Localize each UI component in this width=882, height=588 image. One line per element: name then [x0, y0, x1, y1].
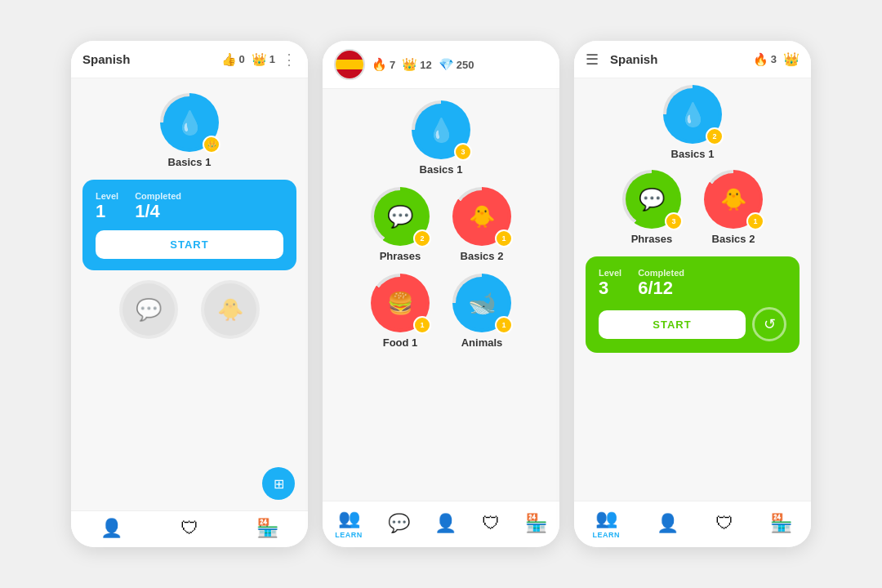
basics1-label-3: Basics 1 — [671, 148, 715, 160]
shield-icon-2: 🛡 — [482, 513, 500, 534]
basics2-circle-3[interactable]: 🐥 1 — [704, 170, 763, 229]
phrases-badge-2: 2 — [413, 229, 431, 247]
lesson-food-2[interactable]: 🍔 1 Food 1 — [371, 274, 430, 349]
flag-inner — [336, 51, 363, 78]
basics1-badge-1: 👑 — [203, 136, 220, 154]
lesson-animals-2[interactable]: 🐋 1 Animals — [452, 274, 511, 349]
basics1-circle-1[interactable]: 💧 👑 — [160, 93, 219, 152]
nav-shop-1[interactable]: 🏪 — [256, 518, 278, 539]
stat-fire-3: 🔥 3 — [753, 52, 777, 67]
phrases-circle-2[interactable]: 💬 2 — [371, 187, 430, 246]
popup-completed-3: Completed 6/12 — [638, 268, 684, 299]
animals-badge-2: 1 — [495, 316, 513, 334]
nav-profile-2[interactable]: 👤 — [434, 513, 457, 534]
phrases-inner-1: 💬 — [122, 283, 175, 336]
stat-fire-2: 🔥 7 — [372, 57, 395, 72]
lesson-basics1-3[interactable]: 💧 2 Basics 1 — [663, 85, 722, 160]
basics1-label-2: Basics 1 — [420, 163, 463, 176]
bottom-nav-2: 👥 LEARN 💬 👤 🛡 🏪 — [323, 501, 559, 547]
basics2-badge-2: 1 — [495, 229, 513, 247]
phrases-circle-3[interactable]: 💬 3 — [622, 170, 681, 229]
popup-stats-1: Level 1 Completed 1/4 — [96, 191, 283, 222]
thumbs-up-icon: 👍 — [221, 52, 237, 67]
basics1-badge-2: 3 — [454, 143, 472, 161]
hamburger-icon[interactable]: ☰ — [586, 51, 599, 69]
basics1-circle-3[interactable]: 💧 2 — [663, 85, 722, 144]
basics2-circle-1[interactable]: 🐥 — [201, 280, 260, 339]
start-button-3[interactable]: START — [599, 310, 746, 339]
popup-actions-3: START ↺ — [599, 307, 786, 341]
phone-2: 🔥 7 👑 12 💎 250 💧 3 Basics 1 💬 2 — [323, 41, 559, 547]
basics2-label-2: Basics 2 — [461, 250, 504, 262]
food-circle-2[interactable]: 🍔 1 — [371, 274, 430, 332]
shop-icon-2: 🏪 — [525, 513, 547, 534]
lesson-row-1-2: 💬 2 Phrases 🐥 1 Basics 2 — [371, 187, 511, 262]
fire-icon-3: 🔥 — [753, 52, 768, 67]
basics1-circle-2[interactable]: 💧 3 — [412, 100, 470, 159]
basics2-label-3: Basics 2 — [712, 233, 755, 245]
basics1-badge-3: 2 — [706, 127, 724, 145]
learn-icon-3: 👥 — [595, 508, 617, 529]
popup-level-1: Level 1 — [96, 191, 118, 222]
nav-profile-3[interactable]: 👤 — [657, 513, 679, 534]
start-button-1[interactable]: START — [96, 230, 283, 259]
nav-shield-1[interactable]: 🛡 — [180, 518, 198, 539]
nav-chat-2[interactable]: 💬 — [388, 513, 410, 534]
lesson-phrases-3[interactable]: 💬 3 Phrases — [622, 170, 681, 245]
refresh-button-3[interactable]: ↺ — [752, 307, 786, 341]
nav-shield-3[interactable]: 🛡 — [715, 513, 733, 534]
more-icon[interactable]: ⋮ — [282, 51, 296, 69]
learn-icon-2: 👥 — [338, 508, 360, 529]
fire-icon-2: 🔥 — [372, 57, 387, 72]
lesson-basics2-1[interactable]: 🐥 — [201, 280, 260, 339]
fab-button-1[interactable]: ⊞ — [262, 467, 295, 500]
app-title-3: Spanish — [610, 52, 746, 66]
basics2-circle-2[interactable]: 🐥 1 — [452, 187, 511, 246]
lesson-row-2-2: 🍔 1 Food 1 🐋 1 Animals — [371, 274, 511, 349]
shield-icon-3: 🛡 — [715, 513, 733, 534]
crown-value-2: 12 — [420, 59, 431, 71]
basics2-badge-3: 1 — [746, 212, 764, 230]
flag-red-bottom — [336, 69, 363, 78]
stat-crown-2: 👑 12 — [402, 57, 431, 72]
food-label-2: Food 1 — [383, 336, 418, 349]
crown-icon-3: 👑 — [783, 51, 800, 67]
shield-icon-1: 🛡 — [180, 518, 198, 539]
basics1-label-1: Basics 1 — [168, 156, 212, 168]
popup-card-3: Level 3 Completed 6/12 START ↺ — [586, 256, 800, 353]
stat-crown-1: 👑 1 — [252, 52, 275, 67]
nav-learn-2[interactable]: 👥 LEARN — [335, 508, 363, 539]
bottom-nav-1: 👤 🛡 🏪 — [71, 510, 308, 547]
nav-profile-1[interactable]: 👤 — [100, 518, 122, 539]
shop-icon-1: 🏪 — [256, 518, 278, 539]
nav-shop-2[interactable]: 🏪 — [525, 513, 547, 534]
phrases-label-2: Phrases — [380, 250, 421, 262]
lesson-row-2-1: 💬 🐥 — [119, 280, 260, 339]
flag-yellow — [336, 60, 363, 69]
app-title-1: Spanish — [82, 52, 215, 66]
lesson-basics1-1[interactable]: 💧 👑 Basics 1 — [160, 93, 219, 168]
completed-value-3: 6/12 — [638, 278, 684, 299]
popup-stats-3: Level 3 Completed 6/12 — [599, 268, 786, 299]
lesson-basics2-3[interactable]: 🐥 1 Basics 2 — [704, 170, 763, 245]
lesson-basics1-2[interactable]: 💧 3 Basics 1 — [412, 100, 470, 176]
gem-icon-2: 💎 — [439, 57, 454, 72]
spain-flag — [334, 49, 365, 80]
profile-icon-1: 👤 — [100, 518, 122, 539]
top-bar-3: ☰ Spanish 🔥 3 👑 — [574, 41, 811, 78]
likes-value: 0 — [239, 53, 245, 65]
lesson-basics2-2[interactable]: 🐥 1 Basics 2 — [452, 187, 511, 262]
crown-value-1: 1 — [270, 53, 275, 65]
learn-label-3: Learn — [593, 531, 621, 539]
animals-circle-2[interactable]: 🐋 1 — [452, 274, 511, 332]
animals-label-2: Animals — [461, 336, 503, 349]
lessons-scroll-2: 💧 3 Basics 1 💬 2 Phrases 🐥 1 Basics 2 — [323, 89, 559, 501]
lesson-phrases-2[interactable]: 💬 2 Phrases — [371, 187, 430, 262]
level-label-1: Level — [96, 191, 118, 201]
phrases-circle-1[interactable]: 💬 — [119, 280, 178, 339]
nav-shield-2[interactable]: 🛡 — [482, 513, 500, 534]
nav-shop-3[interactable]: 🏪 — [770, 513, 792, 534]
phrases-label-3: Phrases — [631, 233, 673, 245]
nav-learn-3[interactable]: 👥 Learn — [593, 508, 621, 539]
lesson-phrases-1[interactable]: 💬 — [119, 280, 178, 339]
